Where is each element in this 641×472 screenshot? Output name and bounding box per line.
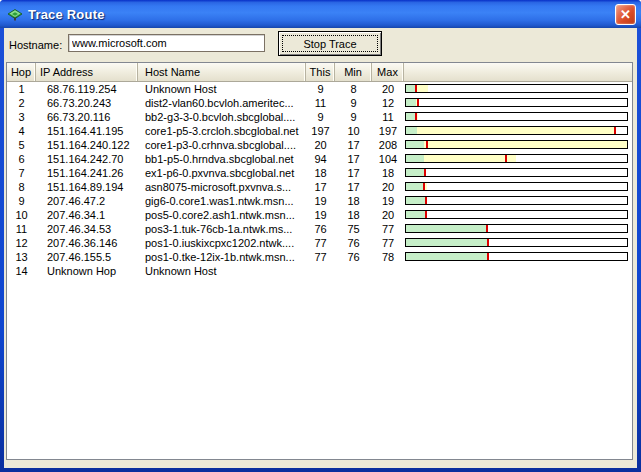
cell-ip: 66.73.20.243	[36, 96, 138, 110]
cell-graph	[404, 166, 632, 180]
latency-bar	[405, 182, 628, 191]
cell-max: 19	[372, 194, 404, 208]
cell-ip: 151.164.240.122	[36, 138, 138, 152]
table-row[interactable]: 14 Unknown Hop Unknown Host	[7, 264, 632, 278]
cell-hop: 8	[7, 180, 36, 194]
cell-this	[306, 264, 335, 278]
cell-hop: 7	[7, 166, 36, 180]
cell-graph	[404, 208, 632, 222]
cell-this: 9	[306, 110, 335, 124]
cell-host: pos1-0.iuskixcpxc1202.ntwk....	[138, 236, 306, 250]
cell-host: pos5-0.core2.ash1.ntwk.msn...	[138, 208, 306, 222]
cell-hop: 9	[7, 194, 36, 208]
cell-this: 94	[306, 152, 335, 166]
table-row[interactable]: 8 151.164.89.194 asn8075-microsoft.pxvnv…	[7, 180, 632, 194]
cell-ip: 207.46.34.53	[36, 222, 138, 236]
table-row[interactable]: 13 207.46.155.5 pos1-0.tke-12ix-1b.ntwk.…	[7, 250, 632, 264]
cell-min: 17	[335, 152, 372, 166]
cell-max	[372, 264, 404, 278]
cell-max: 11	[372, 110, 404, 124]
current-latency-marker	[417, 99, 419, 106]
close-button[interactable]: ✕	[615, 4, 636, 25]
cell-ip: 151.164.242.70	[36, 152, 138, 166]
cell-max: 208	[372, 138, 404, 152]
stop-trace-button[interactable]: Stop Trace	[278, 31, 382, 56]
trace-route-window: Trace Route ✕ Hostname: Stop Trace Hop I…	[0, 0, 641, 472]
hostname-label: Hostname:	[9, 39, 62, 51]
current-latency-marker	[426, 141, 428, 148]
hostname-input[interactable]	[68, 34, 265, 52]
cell-ip: 207.46.34.1	[36, 208, 138, 222]
table-row[interactable]: 4 151.164.41.195 core1-p5-3.crcloh.sbcgl…	[7, 124, 632, 138]
cell-hop: 14	[7, 264, 36, 278]
cell-max: 197	[372, 124, 404, 138]
cell-this: 77	[306, 236, 335, 250]
column-header-graph[interactable]	[404, 63, 632, 81]
cell-graph	[404, 138, 632, 152]
cell-this: 18	[306, 166, 335, 180]
column-header-host[interactable]: Host Name	[138, 63, 306, 81]
min-latency-segment	[406, 127, 417, 134]
cell-graph	[404, 250, 632, 264]
cell-min	[335, 264, 372, 278]
table-row[interactable]: 10 207.46.34.1 pos5-0.core2.ash1.ntwk.ms…	[7, 208, 632, 222]
table-row[interactable]: 6 151.164.242.70 bb1-p5-0.hrndva.sbcglob…	[7, 152, 632, 166]
cell-min: 76	[335, 236, 372, 250]
min-latency-segment	[406, 169, 424, 176]
cell-host: pos3-1.tuk-76cb-1a.ntwk.ms...	[138, 222, 306, 236]
latency-bar	[405, 168, 628, 177]
cell-min: 17	[335, 180, 372, 194]
column-header-min[interactable]: Min	[335, 63, 372, 81]
cell-hop: 10	[7, 208, 36, 222]
range-latency-segment	[424, 155, 516, 162]
cell-host: Unknown Host	[138, 82, 306, 96]
column-header-max[interactable]: Max	[372, 63, 404, 81]
cell-max: 20	[372, 82, 404, 96]
current-latency-marker	[425, 197, 427, 204]
range-latency-segment	[417, 127, 616, 134]
cell-host: dist2-vlan60.bcvloh.ameritec...	[138, 96, 306, 110]
table-row[interactable]: 11 207.46.34.53 pos3-1.tuk-76cb-1a.ntwk.…	[7, 222, 632, 236]
table-row[interactable]: 5 151.164.240.122 core1-p3-0.crhnva.sbcg…	[7, 138, 632, 152]
min-latency-segment	[406, 85, 415, 92]
cell-max: 20	[372, 180, 404, 194]
table-row[interactable]: 3 66.73.20.116 bb2-g3-3-0.bcvloh.sbcglob…	[7, 110, 632, 124]
cell-graph	[404, 180, 632, 194]
column-header-hop[interactable]: Hop	[7, 63, 36, 81]
cell-hop: 12	[7, 236, 36, 250]
traceroute-app-icon	[7, 6, 23, 22]
min-latency-segment	[406, 211, 425, 218]
cell-host: Unknown Host	[138, 264, 306, 278]
column-header-this[interactable]: This	[306, 63, 335, 81]
table-row[interactable]: 9 207.46.47.2 gig6-0.core1.was1.ntwk.msn…	[7, 194, 632, 208]
cell-hop: 2	[7, 96, 36, 110]
min-latency-segment	[406, 197, 425, 204]
current-latency-marker	[415, 85, 417, 92]
column-header-ip[interactable]: IP Address	[36, 63, 138, 81]
table-row[interactable]: 2 66.73.20.243 dist2-vlan60.bcvloh.ameri…	[7, 96, 632, 110]
current-latency-marker	[425, 211, 427, 218]
cell-ip: 151.164.89.194	[36, 180, 138, 194]
cell-ip: 151.164.41.195	[36, 124, 138, 138]
cell-max: 18	[372, 166, 404, 180]
cell-min: 17	[335, 138, 372, 152]
cell-max: 104	[372, 152, 404, 166]
latency-bar	[405, 154, 628, 163]
cell-hop: 11	[7, 222, 36, 236]
titlebar[interactable]: Trace Route ✕	[0, 0, 641, 28]
cell-host: bb2-g3-3-0.bcvloh.sbcglobal....	[138, 110, 306, 124]
cell-hop: 1	[7, 82, 36, 96]
table-row[interactable]: 1 68.76.119.254 Unknown Host 9 8 20	[7, 82, 632, 96]
current-latency-marker	[423, 183, 425, 190]
cell-graph	[404, 236, 632, 250]
stop-trace-button-label: Stop Trace	[282, 35, 378, 52]
cell-ip: 207.46.155.5	[36, 250, 138, 264]
cell-max: 77	[372, 222, 404, 236]
cell-host: core1-p3-0.crhnva.sbcglobal....	[138, 138, 306, 152]
table-row[interactable]: 12 207.46.36.146 pos1-0.iuskixcpxc1202.n…	[7, 236, 632, 250]
cell-host: core1-p5-3.crcloh.sbcglobal.net	[138, 124, 306, 138]
cell-min: 17	[335, 166, 372, 180]
cell-this: 76	[306, 222, 335, 236]
min-latency-segment	[406, 155, 424, 162]
table-row[interactable]: 7 151.164.241.26 ex1-p6-0.pxvnva.sbcglob…	[7, 166, 632, 180]
